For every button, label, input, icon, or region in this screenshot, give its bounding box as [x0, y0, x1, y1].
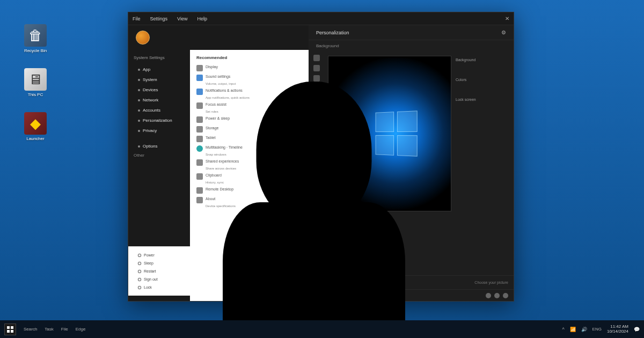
- foot-signout[interactable]: Sign out: [128, 275, 190, 283]
- nav-item-network[interactable]: Network: [128, 95, 190, 105]
- opt-colors[interactable]: Colors: [456, 78, 505, 82]
- tray-icon[interactable]: [503, 293, 508, 298]
- nav-footer: Power Sleep Restart Sign out Lock: [128, 246, 190, 296]
- tool-icon[interactable]: [313, 65, 320, 71]
- taskbar-search[interactable]: Search: [24, 327, 37, 332]
- menu-settings[interactable]: Settings: [150, 16, 168, 21]
- nav-item-devices[interactable]: Devices: [128, 85, 190, 95]
- settings-content: System Settings App System Devices Netwo…: [128, 50, 309, 301]
- detail-sub: Set rules: [206, 110, 302, 113]
- window-tray: [309, 289, 514, 301]
- user-row[interactable]: [128, 25, 309, 50]
- tool-icon[interactable]: [313, 75, 320, 82]
- side-options: Background Colors Lock screen: [451, 52, 509, 275]
- nav-item-accounts[interactable]: Accounts: [128, 105, 190, 115]
- nav-item-privacy[interactable]: Privacy: [128, 126, 190, 136]
- svg-rect-3: [11, 330, 13, 333]
- detail-shared[interactable]: Shared experiences: [196, 159, 302, 166]
- detail-clipboard[interactable]: Clipboard: [196, 173, 302, 180]
- foot-restart[interactable]: Restart: [128, 267, 190, 275]
- menu-file[interactable]: File: [133, 16, 141, 21]
- detail-display[interactable]: Display: [196, 64, 302, 71]
- tray-icon[interactable]: [494, 293, 500, 298]
- desktop-icon-label: Launcher: [26, 136, 44, 141]
- desktop-icon-label: Recycle Bin: [24, 48, 47, 53]
- taskbar-task[interactable]: Task: [45, 327, 53, 332]
- tool-icon[interactable]: [313, 157, 320, 163]
- taskbar-edge[interactable]: Edge: [76, 327, 86, 332]
- desktop-icon-app[interactable]: ◆ Launcher: [21, 112, 49, 141]
- detail-storage[interactable]: Storage: [196, 126, 302, 133]
- menu-view[interactable]: View: [177, 16, 187, 21]
- taskbar-file[interactable]: File: [61, 327, 68, 332]
- tool-icon[interactable]: [313, 187, 320, 194]
- nav-item-system[interactable]: System: [128, 75, 190, 85]
- volume-icon[interactable]: 🔊: [581, 327, 587, 332]
- settings-window: File Settings View Help ✕ System Setting…: [128, 12, 514, 302]
- desktop-icon-pc[interactable]: 🖥 This PC: [21, 68, 49, 97]
- panel-header: Personalization ⚙: [309, 25, 514, 40]
- nav-item-options[interactable]: Options: [128, 141, 190, 151]
- detail-sound[interactable]: Sound settings: [196, 74, 302, 81]
- tool-icon[interactable]: [313, 126, 320, 133]
- start-button[interactable]: [4, 324, 16, 335]
- wifi-icon[interactable]: 📶: [570, 327, 576, 332]
- menu-help[interactable]: Help: [197, 16, 207, 21]
- detail-focus[interactable]: Focus assist: [196, 102, 302, 109]
- desktop-icon-recycle[interactable]: 🗑 Recycle Bin: [21, 24, 49, 53]
- gear-icon[interactable]: ⚙: [501, 30, 506, 35]
- taskbar: Search Task File Edge ^ 📶 🔊 ENG 11:42 AM…: [0, 320, 644, 338]
- foot-power[interactable]: Power: [128, 251, 190, 259]
- panel-title: Personalization: [316, 30, 349, 35]
- computer-icon: 🖥: [24, 68, 47, 91]
- tray-icon[interactable]: [486, 293, 491, 298]
- tool-icon[interactable]: [313, 85, 320, 92]
- lang-indicator[interactable]: ENG: [592, 327, 602, 332]
- footer-text: Choose your picture: [474, 281, 508, 284]
- opt-background[interactable]: Background: [456, 58, 505, 62]
- detail-sub: Volume, output, input: [206, 82, 302, 85]
- tool-icon[interactable]: [313, 146, 320, 153]
- preview-area: Background Colors Lock screen: [325, 52, 514, 275]
- svg-rect-0: [7, 326, 10, 329]
- close-icon[interactable]: ✕: [505, 16, 509, 21]
- detail-about[interactable]: About: [196, 196, 302, 203]
- detail-remote[interactable]: Remote Desktop: [196, 187, 302, 194]
- detail-header: Recommended: [196, 55, 302, 60]
- detail-sub: Share across devices: [206, 167, 302, 170]
- nav-item-app[interactable]: App: [128, 64, 190, 75]
- detail-notifications[interactable]: Notifications & actions: [196, 88, 302, 95]
- recycle-icon: 🗑: [24, 24, 47, 47]
- detail-tablet[interactable]: Tablet: [196, 135, 302, 142]
- chevron-up-icon[interactable]: ^: [562, 327, 564, 332]
- detail-column: Recommended Display Sound settings Volum…: [190, 50, 309, 301]
- clock[interactable]: 11:42 AM 10/14/2024: [607, 325, 628, 334]
- tool-strip: [309, 52, 325, 275]
- tool-icon[interactable]: [313, 116, 320, 122]
- detail-sub: App notifications, quick actions: [206, 96, 302, 99]
- notification-icon[interactable]: 💬: [634, 327, 640, 332]
- panel-body: Background Colors Lock screen: [309, 52, 514, 275]
- tool-icon[interactable]: [313, 106, 320, 112]
- tool-icon[interactable]: [313, 136, 320, 143]
- browse-tab[interactable]: Browse: [314, 279, 334, 286]
- detail-multitask[interactable]: Multitasking · Timeline: [196, 145, 302, 152]
- nav-item-personalization[interactable]: Personalization: [128, 115, 190, 126]
- tool-icon[interactable]: [313, 177, 320, 183]
- svg-rect-1: [11, 326, 13, 329]
- svg-rect-2: [7, 330, 10, 333]
- windows-icon: [7, 326, 13, 333]
- windows-logo-icon: [376, 111, 418, 157]
- detail-power[interactable]: Power & sleep: [196, 116, 302, 123]
- wallpaper-preview[interactable]: [328, 56, 451, 211]
- nav-header: System Settings: [128, 55, 190, 64]
- tool-icon[interactable]: [313, 95, 320, 102]
- tool-icon[interactable]: [313, 55, 320, 61]
- desktop-icons: 🗑 Recycle Bin 🖥 This PC ◆ Launcher: [21, 24, 49, 141]
- tool-icon[interactable]: [313, 167, 320, 173]
- foot-sleep[interactable]: Sleep: [128, 259, 190, 267]
- foot-lock[interactable]: Lock: [128, 283, 190, 291]
- personalization-panel: Personalization ⚙ Background: [309, 25, 514, 301]
- opt-lockscreen[interactable]: Lock screen: [456, 98, 505, 101]
- nav-sub: Other: [128, 151, 190, 159]
